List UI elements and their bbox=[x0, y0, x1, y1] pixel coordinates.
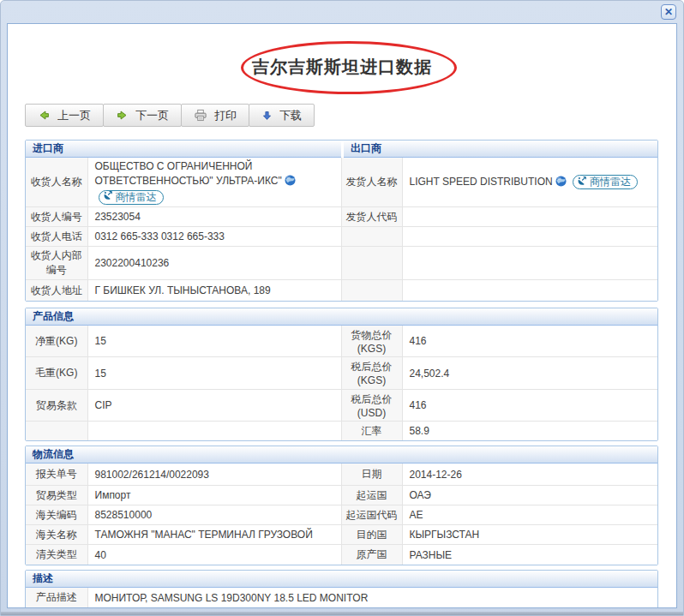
field-label bbox=[341, 280, 402, 301]
field-value: ТАМОЖНЯ "МАНАС" ТЕРМИНАЛ ГРУЗОВОЙ bbox=[87, 525, 341, 545]
logistics-section-header: 物流信息 bbox=[26, 446, 657, 463]
field-value: КЫРГЫЗСТАН bbox=[402, 525, 657, 545]
field-value: 8528510000 bbox=[87, 505, 341, 525]
description-panel: 描述 产品描述 МОНИТОР, SAMSUNG LS 19D300NY 18.… bbox=[25, 570, 658, 608]
field-value: ОБЩЕСТВО С ОГРАНИЧЕННОЙ ОТВЕТСТВЕННОСТЬЮ… bbox=[87, 158, 341, 207]
field-value: Импорт bbox=[87, 486, 341, 505]
field-label: 原产国 bbox=[341, 545, 402, 565]
toolbar: 上一页 下一页 打印 bbox=[25, 104, 676, 127]
field-value: 0312 665-333 0312 665-333 bbox=[87, 227, 341, 247]
table-row: 清关类型 40 原产国 РАЗНЫЕ bbox=[26, 545, 657, 565]
field-value: РАЗНЫЕ bbox=[402, 545, 657, 565]
table-row: 报关单号 981002/261214/0022093 日期 2014-12-26 bbox=[26, 463, 657, 486]
field-label bbox=[341, 247, 402, 280]
field-value: AE bbox=[402, 505, 657, 525]
table-row: 海关名称 ТАМОЖНЯ "МАНАС" ТЕРМИНАЛ ГРУЗОВОЙ 目… bbox=[26, 525, 657, 545]
field-label: 收货人电话 bbox=[26, 227, 87, 247]
radar-badge-label: 商情雷达 bbox=[590, 175, 631, 189]
dialog-content: 吉尔吉斯斯坦进口数据 上一页 下一页 bbox=[7, 23, 677, 608]
table-row: 收货人编号 23523054 发货人代码 bbox=[26, 207, 657, 227]
field-label: 收货人地址 bbox=[26, 280, 87, 301]
field-value: 416 bbox=[402, 326, 657, 357]
field-label: 汇率 bbox=[341, 422, 402, 440]
field-value: 58.9 bbox=[402, 422, 657, 440]
table-row: 贸易条款 CIP 税后总价 (USD) 416 bbox=[26, 390, 657, 422]
field-value: 24,502.4 bbox=[402, 357, 657, 390]
globe-icon[interactable] bbox=[285, 176, 296, 188]
field-label: 毛重(KG) bbox=[26, 357, 87, 390]
table-row: 贸易类型 Импорт 起运国 ОАЭ bbox=[26, 486, 657, 505]
importer-section-header: 进口商 bbox=[26, 141, 341, 158]
field-value: 15 bbox=[87, 326, 341, 357]
table-row: 毛重(KG) 15 税后总价 (KGS) 24,502.4 bbox=[26, 357, 657, 390]
field-label: 税后总价 (KGS) bbox=[341, 357, 402, 390]
dialog-window: ✕ 吉尔吉斯斯坦进口数据 上一页 下一页 bbox=[0, 0, 684, 616]
field-label: 贸易条款 bbox=[26, 390, 87, 422]
radar-badge[interactable]: 商情雷达 bbox=[573, 175, 638, 189]
field-label: 起运国代码 bbox=[341, 505, 402, 525]
field-value: 416 bbox=[402, 390, 657, 422]
field-value: МОНИТОР, SAMSUNG LS 19D300NY 18.5 LED MO… bbox=[87, 588, 657, 608]
shipper-name-text: LIGHT SPEED DISTRIBUTION bbox=[410, 176, 553, 188]
download-label: 下载 bbox=[279, 108, 302, 123]
importer-exporter-panel: 进口商 出口商 收货人名称 ОБЩЕСТВО С ОГРАНИЧЕННОЙ ОТ… bbox=[25, 140, 658, 302]
next-page-label: 下一页 bbox=[135, 108, 169, 123]
field-label: 发货人名称 bbox=[341, 158, 402, 207]
field-value bbox=[402, 247, 657, 280]
description-table: 产品描述 МОНИТОР, SAMSUNG LS 19D300NY 18.5 L… bbox=[26, 588, 657, 608]
exporter-section-header: 出口商 bbox=[344, 141, 657, 158]
field-label: 发货人代码 bbox=[341, 207, 402, 227]
field-label bbox=[26, 422, 87, 440]
logistics-info-panel: 物流信息 报关单号 981002/261214/0022093 日期 2014-… bbox=[25, 446, 658, 565]
page-title: 吉尔吉斯斯坦进口数据 bbox=[8, 56, 676, 79]
prev-page-button[interactable]: 上一页 bbox=[25, 104, 104, 127]
field-label: 日期 bbox=[341, 463, 402, 486]
dialog-titlebar: ✕ bbox=[1, 1, 683, 23]
prev-page-label: 上一页 bbox=[57, 108, 91, 123]
radar-icon bbox=[577, 176, 587, 188]
table-row: 收货人地址 Г БИШКЕК УЛ. ТЫНЫСТАНОВА, 189 bbox=[26, 280, 657, 301]
table-row: 收货人电话 0312 665-333 0312 665-333 bbox=[26, 227, 657, 247]
table-row: 净重(KG) 15 货物总价 (KGS) 416 bbox=[26, 326, 657, 357]
close-icon[interactable]: ✕ bbox=[661, 4, 676, 20]
green-arrow-right-icon bbox=[116, 109, 129, 122]
field-value: LIGHT SPEED DISTRIBUTION 商情雷达 bbox=[402, 158, 657, 207]
logistics-info-table: 报关单号 981002/261214/0022093 日期 2014-12-26… bbox=[26, 463, 657, 565]
field-value bbox=[402, 227, 657, 247]
next-page-button[interactable]: 下一页 bbox=[103, 104, 182, 127]
field-value bbox=[402, 207, 657, 227]
print-label: 打印 bbox=[214, 108, 237, 123]
blue-arrow-down-icon bbox=[261, 110, 273, 122]
field-value: Г БИШКЕК УЛ. ТЫНЫСТАНОВА, 189 bbox=[87, 280, 341, 301]
print-button[interactable]: 打印 bbox=[181, 104, 249, 127]
importer-exporter-headers: 进口商 出口商 bbox=[26, 141, 657, 158]
field-value: 40 bbox=[87, 545, 341, 565]
table-row: 收货人名称 ОБЩЕСТВО С ОГРАНИЧЕННОЙ ОТВЕТСТВЕН… bbox=[26, 158, 657, 207]
field-label: 贸易类型 bbox=[26, 486, 87, 505]
field-label bbox=[341, 227, 402, 247]
field-label: 产品描述 bbox=[26, 588, 87, 608]
globe-icon[interactable] bbox=[555, 177, 567, 189]
table-row: 海关编码 8528510000 起运国代码 AE bbox=[26, 505, 657, 525]
consignee-name-text: ОБЩЕСТВО С ОГРАНИЧЕННОЙ ОТВЕТСТВЕННОСТЬЮ… bbox=[95, 160, 282, 187]
field-value: 981002/261214/0022093 bbox=[87, 463, 341, 486]
field-label: 收货人编号 bbox=[26, 207, 87, 227]
download-button[interactable]: 下载 bbox=[249, 104, 315, 127]
field-label: 报关单号 bbox=[26, 463, 87, 486]
product-info-table: 净重(KG) 15 货物总价 (KGS) 416 毛重(KG) 15 税后总价 … bbox=[26, 326, 657, 440]
field-label: 税后总价 (USD) bbox=[341, 390, 402, 422]
field-value bbox=[402, 280, 657, 301]
radar-icon bbox=[103, 190, 113, 205]
table-row: 汇率 58.9 bbox=[26, 422, 657, 440]
field-value: 23523054 bbox=[87, 207, 341, 227]
field-value: 2302200410236 bbox=[87, 247, 341, 280]
table-row: 收货人内部编号 2302200410236 bbox=[26, 247, 657, 280]
product-section-header: 产品信息 bbox=[26, 308, 657, 326]
table-row: 产品描述 МОНИТОР, SAMSUNG LS 19D300NY 18.5 L… bbox=[26, 588, 657, 608]
field-label: 收货人名称 bbox=[26, 158, 87, 207]
field-value bbox=[87, 422, 341, 440]
field-label: 海关编码 bbox=[26, 505, 87, 525]
radar-badge[interactable]: 商情雷达 bbox=[99, 190, 164, 205]
field-value: CIP bbox=[87, 390, 341, 422]
field-label: 清关类型 bbox=[26, 545, 87, 565]
